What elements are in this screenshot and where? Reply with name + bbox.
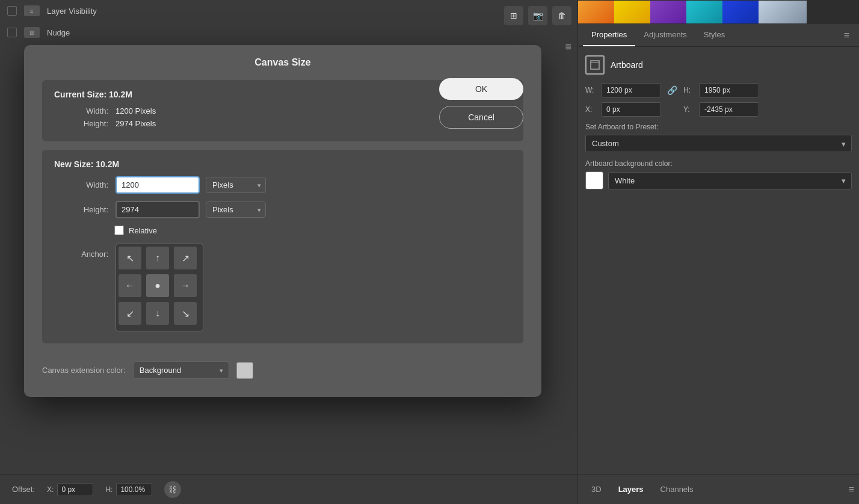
bg-color-dropdown-wrapper: White Black Transparent Custom... bbox=[608, 172, 852, 189]
anchor-center[interactable]: ● bbox=[146, 274, 169, 297]
offset-x-input[interactable] bbox=[57, 483, 93, 496]
current-width-label: Width: bbox=[66, 106, 108, 115]
bg-color-dropdown[interactable]: White Black Transparent Custom... bbox=[608, 172, 852, 189]
artboard-icon bbox=[585, 55, 605, 75]
new-size-title: New Size: 10.2M bbox=[54, 159, 511, 169]
bottom-panel-menu[interactable]: ≡ bbox=[849, 484, 854, 495]
thumb-blue bbox=[722, 1, 759, 23]
current-width-value: 1200 Pixels bbox=[115, 106, 156, 115]
ok-button[interactable]: OK bbox=[439, 78, 523, 100]
y-label: Y: bbox=[683, 105, 695, 114]
current-height-value: 2974 Pixels bbox=[115, 119, 156, 128]
anchor-bot-right[interactable]: ↘ bbox=[174, 302, 197, 325]
x-input[interactable] bbox=[601, 102, 661, 117]
properties-content: Artboard W: 🔗 H: X: 🔗 Y: Set Artboard to… bbox=[578, 47, 859, 198]
relative-label: Relative bbox=[129, 226, 157, 235]
thumb-eye bbox=[759, 1, 807, 23]
new-height-row: Height: Pixels Inches cm mm Points Picas… bbox=[54, 201, 511, 218]
offset-x-label: X: bbox=[47, 485, 54, 494]
bottom-tabs: 3D Layers Channels ≡ bbox=[578, 474, 859, 504]
anchor-mid-right[interactable]: → bbox=[174, 274, 197, 297]
tab-properties[interactable]: Properties bbox=[583, 24, 635, 46]
svg-rect-0 bbox=[591, 61, 599, 69]
width-unit-wrapper: Pixels Inches cm mm Points Picas Percent bbox=[206, 177, 266, 193]
chain-icon[interactable]: ⛓ bbox=[164, 481, 181, 498]
current-height-label: Height: bbox=[66, 119, 108, 128]
canvas-size-dialog: Canvas Size OK Cancel Current Size: 10.2… bbox=[24, 45, 541, 397]
panel-menu-icon[interactable]: ≡ bbox=[839, 25, 854, 46]
offset-h-wrap: H: bbox=[105, 483, 152, 496]
new-width-row: Width: Pixels Inches cm mm Points Picas … bbox=[54, 176, 511, 194]
thumb-orange bbox=[578, 1, 614, 23]
extension-dropdown[interactable]: Background Foreground White Black Gray O… bbox=[133, 361, 229, 379]
anchor-bot-center[interactable]: ↓ bbox=[146, 302, 169, 325]
h-input[interactable] bbox=[699, 83, 759, 97]
dialog-buttons: OK Cancel bbox=[439, 78, 523, 129]
dialog-title: Canvas Size bbox=[42, 57, 523, 68]
offset-x-wrap: X: bbox=[47, 483, 93, 496]
artboard-header: Artboard bbox=[585, 55, 852, 75]
tab-layers[interactable]: Layers bbox=[610, 479, 652, 500]
anchor-top-center[interactable]: ↑ bbox=[146, 247, 169, 269]
relative-checkbox[interactable] bbox=[114, 226, 124, 235]
extension-row: Canvas extension color: Background Foreg… bbox=[42, 355, 523, 379]
anchor-label: Anchor: bbox=[66, 244, 108, 259]
thumb-yellow bbox=[614, 1, 650, 23]
anchor-mid-left[interactable]: ← bbox=[119, 274, 141, 297]
extension-color-swatch[interactable] bbox=[236, 362, 253, 379]
link-icon[interactable]: 🔗 bbox=[665, 85, 680, 95]
panel-tabs: Properties Adjustments Styles ≡ bbox=[578, 24, 859, 47]
cancel-button[interactable]: Cancel bbox=[439, 106, 523, 129]
relative-row: Relative bbox=[54, 226, 511, 235]
bg-color-swatch[interactable] bbox=[585, 171, 603, 189]
tab-channels[interactable]: Channels bbox=[652, 479, 702, 500]
new-width-label: Width: bbox=[66, 180, 108, 189]
new-size-section: New Size: 10.2M Width: Pixels Inches cm … bbox=[42, 150, 523, 343]
tab-adjustments[interactable]: Adjustments bbox=[635, 24, 695, 46]
new-height-label: Height: bbox=[66, 205, 108, 214]
offset-h-label: H: bbox=[105, 485, 112, 494]
thumb-cyan bbox=[686, 1, 722, 23]
artboard-title: Artboard bbox=[611, 60, 643, 70]
extension-label: Canvas extension color: bbox=[42, 366, 126, 375]
bottom-offset-bar: Offset: X: H: ⛓ bbox=[0, 474, 577, 504]
height-unit-dropdown[interactable]: Pixels Inches cm mm Points Picas Percent bbox=[206, 201, 266, 218]
anchor-top-right[interactable]: ↗ bbox=[174, 247, 197, 269]
width-unit-dropdown[interactable]: Pixels Inches cm mm Points Picas Percent bbox=[206, 177, 266, 193]
bg-color-label: Artboard background color: bbox=[585, 159, 852, 168]
w-label: W: bbox=[585, 86, 597, 94]
wh-row: W: 🔗 H: bbox=[585, 83, 852, 97]
preset-label: Set Artboard to Preset: bbox=[585, 123, 852, 131]
extension-dropdown-wrapper: Background Foreground White Black Gray O… bbox=[133, 361, 229, 379]
anchor-top-left[interactable]: ↖ bbox=[119, 247, 141, 269]
bg-color-row: White Black Transparent Custom... bbox=[585, 171, 852, 189]
offset-h-input[interactable] bbox=[116, 483, 152, 496]
anchor-bot-left[interactable]: ↙ bbox=[119, 302, 141, 325]
w-input[interactable] bbox=[601, 83, 661, 97]
tab-styles[interactable]: Styles bbox=[695, 24, 733, 46]
thumbnail-strip bbox=[578, 0, 859, 24]
offset-label: Offset: bbox=[12, 485, 35, 494]
left-area: ≡ Layer Visibility ⊞ Nudge ⊞ 📷 🗑 ≡ Canva… bbox=[0, 0, 577, 504]
preset-dropdown[interactable]: Custom iPhone 14 iPad Web 1920 A4 bbox=[585, 135, 852, 152]
y-input[interactable] bbox=[699, 102, 759, 117]
thumb-purple bbox=[650, 1, 686, 23]
preset-dropdown-wrapper: Custom iPhone 14 iPad Web 1920 A4 bbox=[585, 135, 852, 152]
height-unit-wrapper: Pixels Inches cm mm Points Picas Percent bbox=[206, 201, 266, 218]
xy-row: X: 🔗 Y: bbox=[585, 102, 852, 117]
h-label: H: bbox=[683, 86, 695, 94]
canvas-size-dialog-overlay: Canvas Size OK Cancel Current Size: 10.2… bbox=[0, 0, 577, 504]
width-input[interactable] bbox=[115, 176, 200, 194]
anchor-grid: ↖ ↑ ↗ ← ● → ↙ ↓ ↘ bbox=[115, 244, 203, 331]
anchor-row: Anchor: ↖ ↑ ↗ ← ● → ↙ ↓ ↘ bbox=[54, 244, 511, 331]
tab-3d[interactable]: 3D bbox=[583, 479, 610, 500]
height-input[interactable] bbox=[115, 201, 200, 218]
right-panel: Properties Adjustments Styles ≡ Artboard… bbox=[577, 0, 859, 504]
x-label: X: bbox=[585, 105, 597, 114]
